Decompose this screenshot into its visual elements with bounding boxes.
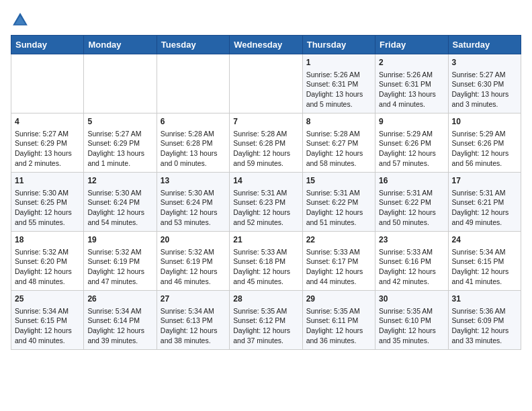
- day-number: 31: [452, 293, 517, 305]
- day-number: 23: [379, 234, 444, 246]
- day-number: 28: [233, 293, 298, 305]
- cell-text: Sunrise: 5:34 AM: [15, 306, 80, 316]
- day-number: 25: [15, 293, 80, 305]
- cell-text: and 5 minutes.: [306, 99, 371, 109]
- cell-text: Daylight: 12 hours: [379, 326, 444, 336]
- cell-text: and 51 minutes.: [306, 218, 371, 228]
- cell-text: and 38 minutes.: [161, 336, 226, 346]
- cell-text: Sunset: 6:17 PM: [306, 257, 371, 267]
- day-number: 17: [452, 175, 517, 187]
- calendar-cell: 20Sunrise: 5:32 AMSunset: 6:19 PMDayligh…: [157, 232, 229, 291]
- calendar-cell: 7Sunrise: 5:28 AMSunset: 6:28 PMDaylight…: [230, 113, 302, 173]
- cell-text: Sunrise: 5:30 AM: [87, 188, 152, 198]
- calendar-cell: [230, 54, 302, 113]
- cell-text: Sunrise: 5:27 AM: [15, 129, 80, 139]
- cell-text: and 1 minute.: [87, 158, 152, 169]
- calendar-cell: 18Sunrise: 5:32 AMSunset: 6:20 PMDayligh…: [11, 232, 84, 291]
- header-tuesday: Tuesday: [157, 36, 229, 54]
- day-number: 11: [15, 175, 80, 187]
- cell-text: and 36 minutes.: [306, 336, 371, 346]
- cell-text: Sunset: 6:22 PM: [306, 197, 371, 208]
- cell-text: Daylight: 12 hours: [233, 208, 298, 218]
- cell-text: Sunrise: 5:31 AM: [233, 188, 298, 198]
- day-number: 27: [161, 293, 226, 305]
- cell-text: Sunrise: 5:34 AM: [161, 306, 226, 316]
- cell-text: and 45 minutes.: [233, 277, 298, 287]
- cell-text: Sunrise: 5:34 AM: [452, 247, 517, 257]
- cell-text: Sunset: 6:15 PM: [452, 257, 517, 267]
- cell-text: and 55 minutes.: [15, 218, 80, 228]
- day-number: 14: [233, 175, 298, 187]
- cell-text: Sunset: 6:11 PM: [306, 316, 371, 326]
- cell-text: Daylight: 12 hours: [233, 326, 298, 336]
- day-number: 24: [452, 234, 517, 246]
- cell-text: Daylight: 12 hours: [233, 148, 298, 158]
- cell-text: Sunset: 6:24 PM: [87, 197, 152, 208]
- cell-text: Daylight: 12 hours: [306, 267, 371, 277]
- cell-text: Sunset: 6:31 PM: [379, 79, 444, 89]
- logo-icon: [11, 11, 30, 30]
- cell-text: Daylight: 13 hours: [452, 89, 517, 99]
- calendar-cell: [11, 54, 84, 113]
- cell-text: Sunrise: 5:36 AM: [452, 306, 517, 316]
- cell-text: Daylight: 12 hours: [452, 148, 517, 158]
- calendar-cell: 16Sunrise: 5:31 AMSunset: 6:22 PMDayligh…: [375, 173, 448, 232]
- cell-text: Daylight: 12 hours: [15, 326, 80, 336]
- day-number: 1: [306, 57, 371, 68]
- cell-text: and 0 minutes.: [161, 158, 226, 169]
- calendar-cell: 1Sunrise: 5:26 AMSunset: 6:31 PMDaylight…: [302, 54, 375, 113]
- cell-text: and 59 minutes.: [233, 158, 298, 169]
- calendar-cell: 25Sunrise: 5:34 AMSunset: 6:15 PMDayligh…: [11, 291, 84, 350]
- calendar-table: SundayMondayTuesdayWednesdayThursdayFrid…: [11, 35, 521, 350]
- cell-text: Sunrise: 5:35 AM: [379, 306, 444, 316]
- calendar-cell: 10Sunrise: 5:29 AMSunset: 6:26 PMDayligh…: [448, 113, 521, 173]
- cell-text: Daylight: 12 hours: [379, 208, 444, 218]
- cell-text: and 41 minutes.: [452, 277, 517, 287]
- cell-text: and 2 minutes.: [15, 158, 80, 169]
- cell-text: and 37 minutes.: [233, 336, 298, 346]
- day-number: 29: [306, 293, 371, 305]
- day-number: 2: [379, 57, 444, 68]
- calendar-week-3: 11Sunrise: 5:30 AMSunset: 6:25 PMDayligh…: [11, 173, 521, 232]
- cell-text: Daylight: 12 hours: [161, 267, 226, 277]
- cell-text: Sunrise: 5:26 AM: [379, 70, 444, 80]
- cell-text: Sunrise: 5:26 AM: [306, 70, 371, 80]
- cell-text: Sunrise: 5:29 AM: [452, 129, 517, 139]
- cell-text: and 57 minutes.: [379, 158, 444, 169]
- day-number: 12: [87, 175, 152, 187]
- calendar-cell: 29Sunrise: 5:35 AMSunset: 6:11 PMDayligh…: [302, 291, 375, 350]
- cell-text: Sunset: 6:30 PM: [452, 79, 517, 89]
- calendar-cell: 27Sunrise: 5:34 AMSunset: 6:13 PMDayligh…: [157, 291, 229, 350]
- cell-text: Daylight: 13 hours: [306, 89, 371, 99]
- cell-text: Sunrise: 5:32 AM: [161, 247, 226, 257]
- cell-text: and 49 minutes.: [452, 218, 517, 228]
- cell-text: and 56 minutes.: [452, 158, 517, 169]
- cell-text: and 53 minutes.: [161, 218, 226, 228]
- cell-text: and 50 minutes.: [379, 218, 444, 228]
- calendar-cell: 23Sunrise: 5:33 AMSunset: 6:16 PMDayligh…: [375, 232, 448, 291]
- calendar-cell: 26Sunrise: 5:34 AMSunset: 6:14 PMDayligh…: [84, 291, 157, 350]
- cell-text: Sunset: 6:10 PM: [379, 316, 444, 326]
- cell-text: and 39 minutes.: [87, 336, 152, 346]
- cell-text: Daylight: 12 hours: [161, 326, 226, 336]
- cell-text: Sunrise: 5:32 AM: [87, 247, 152, 257]
- cell-text: Sunset: 6:21 PM: [452, 197, 517, 208]
- header-thursday: Thursday: [302, 36, 375, 54]
- header-wednesday: Wednesday: [230, 36, 302, 54]
- cell-text: Sunset: 6:18 PM: [233, 257, 298, 267]
- cell-text: Daylight: 12 hours: [15, 208, 80, 218]
- cell-text: Sunrise: 5:35 AM: [306, 306, 371, 316]
- calendar-cell: 30Sunrise: 5:35 AMSunset: 6:10 PMDayligh…: [375, 291, 448, 350]
- calendar-cell: 31Sunrise: 5:36 AMSunset: 6:09 PMDayligh…: [448, 291, 521, 350]
- cell-text: Sunset: 6:13 PM: [161, 316, 226, 326]
- calendar-cell: 8Sunrise: 5:28 AMSunset: 6:27 PMDaylight…: [302, 113, 375, 173]
- cell-text: Sunrise: 5:28 AM: [306, 129, 371, 139]
- day-number: 10: [452, 116, 517, 128]
- cell-text: Sunset: 6:25 PM: [15, 197, 80, 208]
- cell-text: Sunset: 6:28 PM: [161, 138, 226, 148]
- cell-text: Daylight: 12 hours: [87, 267, 152, 277]
- cell-text: and 58 minutes.: [306, 158, 371, 169]
- cell-text: Sunrise: 5:28 AM: [161, 129, 226, 139]
- calendar-cell: 28Sunrise: 5:35 AMSunset: 6:12 PMDayligh…: [230, 291, 302, 350]
- cell-text: Sunrise: 5:30 AM: [15, 188, 80, 198]
